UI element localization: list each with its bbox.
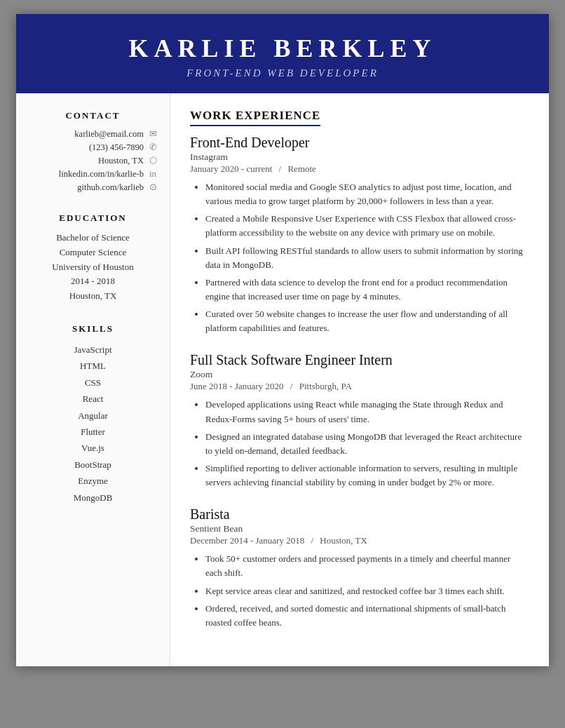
job-date-1: January 2020 - current <box>190 163 272 174</box>
bullet-1-4: Partnered with data science to develop t… <box>205 276 529 304</box>
job-date-3: December 2014 - January 2018 <box>190 535 304 546</box>
job-date-2: June 2018 - January 2020 <box>190 381 284 391</box>
bullet-3-2: Kept service areas clear and sanitized, … <box>205 584 529 598</box>
skill-javascript: JavaScript <box>27 342 158 358</box>
job-bullets-3: Took 50+ customer orders and processed p… <box>190 552 529 630</box>
job-title-3: Barista <box>190 506 529 523</box>
contact-title: CONTACT <box>27 110 158 121</box>
phone-text: (123) 456-7890 <box>89 142 144 153</box>
email-text: karlieb@email.com <box>74 129 144 140</box>
job-meta-3: December 2014 - January 2018 / Houston, … <box>190 535 529 546</box>
bullet-1-3: Built API following RESTful standards to… <box>205 244 529 272</box>
contact-section: CONTACT karlieb@email.com ✉ (123) 456-78… <box>27 110 158 193</box>
education-major: Computer Science <box>27 245 158 260</box>
email-icon: ✉ <box>147 128 158 140</box>
job-company-3: Sentient Bean <box>190 523 529 534</box>
skill-flutter: Flutter <box>27 424 158 440</box>
education-section: EDUCATION Bachelor of Science Computer S… <box>27 213 158 304</box>
work-experience-title: WORK EXPERIENCE <box>190 109 320 126</box>
github-icon: ⊙ <box>147 182 158 193</box>
job-frontend-developer: Front-End Developer Instagram January 20… <box>190 135 529 335</box>
job-meta-2: June 2018 - January 2020 / Pittsburgh, P… <box>190 381 529 392</box>
skills-list: JavaScript HTML CSS React Angular Flutte… <box>27 342 158 506</box>
bullet-2-2: Designed an integrated database using Mo… <box>205 430 529 458</box>
main-content: WORK EXPERIENCE Front-End Developer Inst… <box>170 93 549 666</box>
bullet-1-2: Created a Mobile Responsive User Experie… <box>205 212 529 240</box>
linkedin-icon: in <box>147 168 158 180</box>
contact-email: karlieb@email.com ✉ <box>27 128 158 140</box>
job-bullets-2: Developed applications using React while… <box>190 398 529 490</box>
job-title-1: Front-End Developer <box>190 135 529 151</box>
skill-vuejs: Vue.js <box>27 440 158 456</box>
contact-phone: (123) 456-7890 ✆ <box>27 142 158 153</box>
job-location-2: Pittsburgh, PA <box>299 381 352 391</box>
job-location-3: Houston, TX <box>320 535 367 546</box>
education-school: University of Houston <box>27 260 158 275</box>
github-text: github.com/karlieb <box>77 182 144 193</box>
education-years: 2014 - 2018 <box>27 274 158 289</box>
linkedin-text: linkedin.com/in/karlie-b <box>59 169 144 180</box>
skill-bootstrap: BootStrap <box>27 457 158 473</box>
job-meta-1: January 2020 - current / Remote <box>190 163 529 175</box>
contact-github: github.com/karlieb ⊙ <box>27 182 158 193</box>
job-location-1: Remote <box>287 163 315 174</box>
contact-location: Houston, TX ⬡ <box>27 155 158 166</box>
education-block: Bachelor of Science Computer Science Uni… <box>27 231 158 304</box>
job-fullstack-intern: Full Stack Software Engineer Intern Zoom… <box>190 352 529 490</box>
bullet-3-1: Took 50+ customer orders and processed p… <box>205 552 529 580</box>
education-degree: Bachelor of Science <box>27 231 158 245</box>
header-title: FRONT-END WEB DEVELOPER <box>30 67 535 79</box>
job-company-2: Zoom <box>190 369 529 380</box>
job-company-1: Instagram <box>190 151 529 163</box>
job-bullets-1: Monitored social media and Google SEO an… <box>190 180 529 335</box>
header-name: KARLIE BERKLEY <box>30 34 535 63</box>
resume: KARLIE BERKLEY FRONT-END WEB DEVELOPER C… <box>16 14 549 666</box>
education-title: EDUCATION <box>27 213 158 224</box>
bullet-1-1: Monitored social media and Google SEO an… <box>205 180 529 208</box>
location-icon: ⬡ <box>147 155 158 166</box>
skill-enzyme: Enzyme <box>27 473 158 489</box>
sidebar: CONTACT karlieb@email.com ✉ (123) 456-78… <box>16 93 170 666</box>
bullet-3-3: Ordered, received, and sorted domestic a… <box>205 602 529 630</box>
header: KARLIE BERKLEY FRONT-END WEB DEVELOPER <box>16 14 549 93</box>
skill-angular: Angular <box>27 407 158 424</box>
job-title-2: Full Stack Software Engineer Intern <box>190 352 529 368</box>
skills-title: SKILLS <box>27 323 158 335</box>
bullet-2-1: Developed applications using React while… <box>205 398 529 426</box>
skill-css: CSS <box>27 375 158 391</box>
bullet-1-5: Curated over 50 website changes to incre… <box>205 307 529 335</box>
skill-mongodb: MongoDB <box>27 490 158 506</box>
bullet-2-3: Simplified reporting to deliver actionab… <box>205 461 529 490</box>
education-location: Houston, TX <box>27 289 158 304</box>
body: CONTACT karlieb@email.com ✉ (123) 456-78… <box>16 93 549 666</box>
phone-icon: ✆ <box>147 142 158 153</box>
skill-react: React <box>27 391 158 407</box>
job-barista: Barista Sentient Bean December 2014 - Ja… <box>190 506 529 630</box>
skill-html: HTML <box>27 358 158 374</box>
location-text: Houston, TX <box>98 156 144 166</box>
contact-linkedin: linkedin.com/in/karlie-b in <box>27 168 158 180</box>
skills-section: SKILLS JavaScript HTML CSS React Angular… <box>27 323 158 506</box>
